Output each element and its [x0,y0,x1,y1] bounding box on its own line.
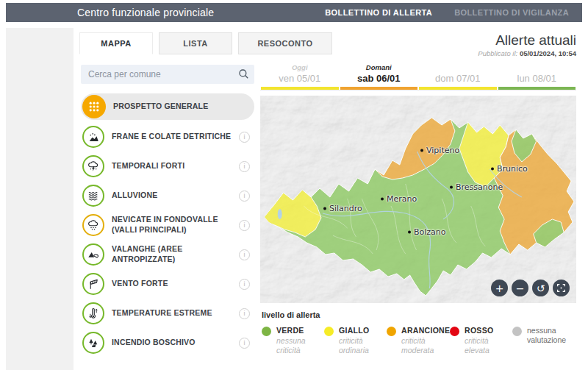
sidebar-item-valanghe[interactable]: VALANGHE (AREE ANTROPIZZATE) i [81,242,254,267]
legend-name: ARANCIONE [401,326,450,335]
sidebar-item-nevicate[interactable]: NEVICATE IN FONDOVALLE (VALLI PRINCIPALI… [81,213,254,238]
info-icon[interactable]: i [239,308,250,319]
date-tab-relative: Domani [340,63,418,73]
legend-item-verde: VERDE nessuna criticità [262,326,324,355]
sidebar-item-alluvione[interactable]: ALLUVIONE i [81,183,254,208]
sidebar-item-vento[interactable]: VENTO FORTE i [81,271,254,296]
sidebar-item-temporali[interactable]: TEMPORALI FORTI i [81,154,254,179]
legend-desc: criticità ordinaria [339,336,387,355]
map-controls: + − ↺ [491,280,570,296]
forest-fire-icon [82,332,104,354]
date-tab-ven-0501[interactable]: Oggi ven 05/01 [260,63,340,90]
windsock-icon [82,273,104,295]
legend-name: ROSSO [465,326,512,335]
app-header: Centro funzionale provinciale BOLLETTINO… [6,3,582,22]
sidebar-item-frane[interactable]: FRANE E COLATE DETRITICHE i [81,124,254,149]
sidebar-item-label: PROSPETTO GENERALE [113,102,250,112]
legend-desc: nessuna criticità [276,336,324,355]
verde-dot-icon [262,327,271,336]
date-tab-label: dom 07/01 [419,73,497,87]
info-icon[interactable]: i [239,161,250,172]
info-icon[interactable]: i [239,338,250,349]
sidebar-item-prospetto-generale[interactable]: PROSPETTO GENERALE [81,93,254,120]
alert-color-bar [340,87,418,90]
info-icon[interactable]: i [239,249,250,260]
page: Centro funzionale provinciale BOLLETTINO… [0,0,588,370]
info-icon[interactable]: i [239,220,250,231]
zoom-out-button[interactable]: − [512,280,528,296]
search-input[interactable] [81,65,254,84]
date-tabs: Oggi ven 05/01 Domani sab 06/01 dom 07/0… [260,63,576,90]
date-tab-label: sab 06/01 [340,73,418,87]
page-title: Allerte attuali [478,33,576,49]
tab-bar: MAPPA LISTA RESOCONTO Allerte attuali Pu… [79,32,576,63]
tab-resoconto[interactable]: RESOCONTO [238,32,332,54]
sidebar-item-label: VENTO FORTE [112,279,232,289]
alert-map[interactable]: Vipiteno Brunico Bressanone Merano [260,96,576,303]
legend-title: livello di allerta [262,310,575,319]
nav-bollettino-vigilanza[interactable]: BOLLETTINO DI VIGILANZA [454,8,569,17]
sidebar-item-label: NEVICATE IN FONDOVALLE (VALLI PRINCIPALI… [112,215,232,235]
sidebar-item-label: VALANGHE (AREE ANTROPIZZATE) [112,244,232,264]
date-tab-dom-0701[interactable]: dom 07/01 [418,63,498,90]
avalanche-icon [82,243,104,266]
fullscreen-icon [556,283,566,293]
rosso-dot-icon [450,327,459,336]
alert-color-bar [261,87,339,90]
search-box [81,65,254,84]
map-column: Oggi ven 05/01 Domani sab 06/01 dom 07/0… [260,63,576,370]
legend-desc: criticità moderata [401,336,450,355]
tab-lista[interactable]: LISTA [159,32,232,54]
alert-color-bar [498,87,576,90]
date-tab-relative: Oggi [261,63,339,73]
legend-item-arancione: ARANCIONE criticità moderata [387,326,450,355]
app-title: Centro funzionale provinciale [77,7,214,18]
sidebar-item-incendio[interactable]: INCENDIO BOSCHIVO i [81,330,254,355]
arancione-dot-icon [387,327,396,336]
date-tab-lun-0801[interactable]: lun 08/01 [498,63,577,90]
published-prefix: Pubblicato il: [478,49,517,57]
legend-item-rosso: ROSSO criticità elevata [450,326,512,355]
search-icon [238,68,249,82]
header-nav: BOLLETTINO DI ALLERTA BOLLETTINO DI VIGI… [325,8,569,17]
thermometer-icon [82,302,104,324]
snowfall-icon [82,214,104,236]
map-canvas [260,96,576,303]
legend-name: VERDE [276,326,324,335]
giallo-dot-icon [324,327,334,336]
sidebar-item-temperature[interactable]: TEMPERATURE ESTREME i [81,301,254,326]
date-tab-sab-0601[interactable]: Domani sab 06/01 [340,63,419,90]
date-tab-relative [419,63,497,73]
date-tab-label: ven 05/01 [261,73,339,87]
content-area: MAPPA LISTA RESOCONTO Allerte attuali Pu… [6,28,582,370]
zoom-in-button[interactable]: + [491,280,508,296]
category-panel: PROSPETTO GENERALE FRANE E COLATE DETRIT… [79,63,254,370]
thunderstorm-icon [82,155,104,177]
date-tab-label: lun 08/01 [498,73,576,87]
info-icon[interactable]: i [239,191,250,202]
info-icon[interactable]: i [239,279,250,290]
landslide-icon [82,126,104,148]
category-list: PROSPETTO GENERALE FRANE E COLATE DETRIT… [81,93,254,355]
grid-icon [82,95,106,118]
sidebar-item-label: FRANE E COLATE DETRITICHE [112,132,232,142]
alert-color-bar [419,87,497,90]
tab-mappa[interactable]: MAPPA [79,32,153,54]
left-gutter [6,28,74,370]
sidebar-item-label: TEMPERATURE ESTREME [112,308,232,319]
published-value: 05/01/2024, 10:54 [520,49,576,57]
sidebar-item-label: INCENDIO BOSCHIVO [112,338,232,348]
main-card: MAPPA LISTA RESOCONTO Allerte attuali Pu… [74,28,582,370]
reset-view-button[interactable]: ↺ [532,280,549,296]
title-block: Allerte attuali Pubblicato il: 05/01/202… [478,32,576,57]
legend-desc: criticità elevata [465,336,512,355]
legend-item-giallo: GIALLO criticità ordinaria [324,326,387,355]
legend-item-nessuna-valutazione: nessuna valutazione [512,326,575,355]
info-icon[interactable]: i [239,132,250,143]
date-tab-relative [498,63,576,73]
nav-bollettino-allerta[interactable]: BOLLETTINO DI ALLERTA [325,8,432,17]
legend-name: GIALLO [339,326,387,335]
nessuna-valutazione-dot-icon [512,327,522,336]
fullscreen-button[interactable] [553,280,570,296]
legend-desc: nessuna valutazione [527,326,575,345]
